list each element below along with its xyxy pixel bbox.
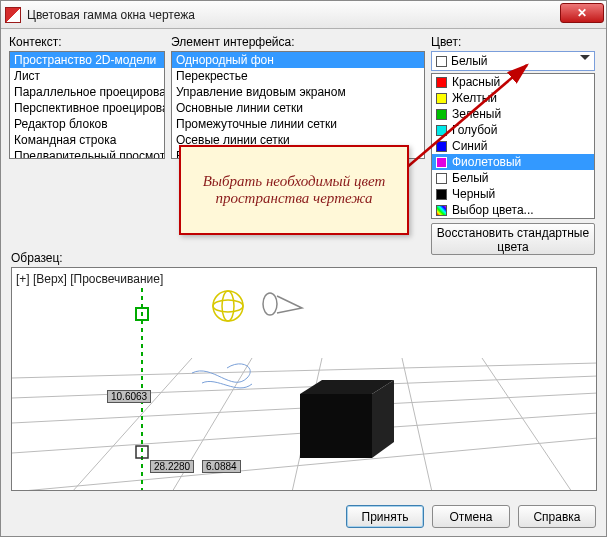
context-item[interactable]: Пространство 2D-модели bbox=[10, 52, 164, 68]
app-icon bbox=[5, 7, 21, 23]
svg-point-15 bbox=[222, 291, 234, 321]
color-swatch-icon bbox=[436, 56, 447, 67]
color-item[interactable]: Голубой bbox=[432, 122, 594, 138]
svg-marker-17 bbox=[300, 394, 372, 458]
color-item[interactable]: Красный bbox=[432, 74, 594, 90]
color-dropdown-value: Белый bbox=[451, 54, 487, 68]
dialog-window: Цветовая гамма окна чертежа ✕ Контекст: … bbox=[0, 0, 607, 537]
svg-point-16 bbox=[263, 293, 277, 315]
color-item-label: Зеленый bbox=[452, 107, 501, 121]
color-item[interactable]: Синий bbox=[432, 138, 594, 154]
color-label: Цвет: bbox=[431, 35, 595, 49]
element-item[interactable]: Управление видовым экраном bbox=[172, 84, 424, 100]
color-item-label: Красный bbox=[452, 75, 500, 89]
color-item[interactable]: Зеленый bbox=[432, 106, 594, 122]
color-item[interactable]: Фиолетовый bbox=[432, 154, 594, 170]
context-item[interactable]: Редактор блоков bbox=[10, 116, 164, 132]
svg-point-13 bbox=[213, 291, 243, 321]
element-item[interactable]: Промежуточные линии сетки bbox=[172, 116, 424, 132]
titlebar: Цветовая гамма окна чертежа ✕ bbox=[1, 1, 606, 29]
color-swatch-icon bbox=[436, 93, 447, 104]
restore-defaults-button[interactable]: Восстановить стандартные цвета bbox=[431, 223, 595, 255]
close-icon: ✕ bbox=[577, 6, 587, 20]
color-item-label: Выбор цвета... bbox=[452, 203, 534, 217]
color-dropdown[interactable]: Белый bbox=[431, 51, 595, 71]
color-item-label: Голубой bbox=[452, 123, 498, 137]
color-item[interactable]: Желтый bbox=[432, 90, 594, 106]
color-item[interactable]: Черный bbox=[432, 186, 594, 202]
color-item-label: Фиолетовый bbox=[452, 155, 521, 169]
context-item[interactable]: Параллельное проецирование bbox=[10, 84, 164, 100]
color-item-label: Черный bbox=[452, 187, 495, 201]
preview-scene-icon bbox=[12, 268, 597, 491]
color-swatch-icon bbox=[436, 109, 447, 120]
color-swatch-icon bbox=[436, 157, 447, 168]
context-label: Контекст: bbox=[9, 35, 165, 49]
window-title: Цветовая гамма окна чертежа bbox=[27, 8, 195, 22]
element-item[interactable]: Перекрестье bbox=[172, 68, 424, 84]
accept-button[interactable]: Принять bbox=[346, 505, 424, 528]
help-button[interactable]: Справка bbox=[518, 505, 596, 528]
annotation-callout: Выбрать необходимый цвет пространства че… bbox=[179, 145, 409, 235]
color-swatch-icon bbox=[436, 189, 447, 200]
color-item[interactable]: Белый bbox=[432, 170, 594, 186]
close-button[interactable]: ✕ bbox=[560, 3, 604, 23]
color-swatch-icon bbox=[436, 77, 447, 88]
svg-line-1 bbox=[12, 363, 597, 378]
coord-readout: 28.2280 bbox=[150, 460, 194, 473]
element-label: Элемент интерфейса: bbox=[171, 35, 425, 49]
color-swatch-icon bbox=[436, 173, 447, 184]
color-item-label: Желтый bbox=[452, 91, 497, 105]
element-item[interactable]: Основные линии сетки bbox=[172, 100, 424, 116]
color-swatch-icon bbox=[436, 141, 447, 152]
coord-readout: 6.0884 bbox=[202, 460, 241, 473]
svg-point-14 bbox=[213, 300, 243, 312]
element-item[interactable]: Однородный фон bbox=[172, 52, 424, 68]
chevron-down-icon bbox=[580, 55, 590, 60]
sample-label: Образец: bbox=[11, 251, 63, 265]
element-listbox[interactable]: Однородный фонПерекрестьеУправление видо… bbox=[171, 51, 425, 159]
color-picker-icon bbox=[436, 205, 447, 216]
cancel-button[interactable]: Отмена bbox=[432, 505, 510, 528]
color-item-label: Синий bbox=[452, 139, 487, 153]
color-item[interactable]: Выбор цвета... bbox=[432, 202, 594, 218]
context-item[interactable]: Лист bbox=[10, 68, 164, 84]
dialog-footer: Принять Отмена Справка bbox=[346, 505, 596, 528]
color-swatch-icon bbox=[436, 125, 447, 136]
context-item[interactable]: Предварительный просмотр bbox=[10, 148, 164, 159]
preview-overlay: [+] [Верх] [Просвечивание] bbox=[16, 272, 163, 286]
color-item-label: Белый bbox=[452, 171, 488, 185]
color-list[interactable]: КрасныйЖелтыйЗеленыйГолубойСинийФиолетов… bbox=[431, 73, 595, 219]
context-item[interactable]: Перспективное проецирован bbox=[10, 100, 164, 116]
context-listbox[interactable]: Пространство 2D-моделиЛистПараллельное п… bbox=[9, 51, 165, 159]
preview-viewport: [+] [Верх] [Просвечивание] 10.6063 28.22… bbox=[11, 267, 597, 491]
context-item[interactable]: Командная строка bbox=[10, 132, 164, 148]
coord-readout: 10.6063 bbox=[107, 390, 151, 403]
